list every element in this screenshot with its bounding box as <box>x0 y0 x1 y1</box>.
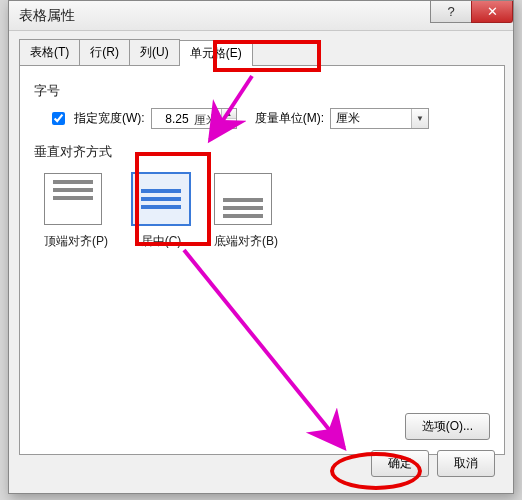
width-input[interactable] <box>152 109 192 128</box>
ok-button-label: 确定 <box>388 456 412 470</box>
options-button-label: 选项(O)... <box>422 419 473 433</box>
specify-width-checkbox[interactable] <box>52 112 65 125</box>
titlebar: 表格属性 ? ✕ <box>9 1 513 31</box>
valign-bottom-label: 底端对齐(B) <box>214 233 278 250</box>
specify-width-label: 指定宽度(W): <box>74 110 145 127</box>
valign-center-label: 居中(C) <box>132 233 190 250</box>
tab-cell[interactable]: 单元格(E) <box>179 40 253 66</box>
tab-label: 行(R) <box>90 45 119 59</box>
valign-center-option[interactable] <box>132 173 190 225</box>
tab-strip: 表格(T) 行(R) 列(U) 单元格(E) <box>19 39 505 65</box>
close-button[interactable]: ✕ <box>471 1 513 23</box>
width-unit: 厘米 <box>192 109 221 128</box>
table-properties-dialog: 表格属性 ? ✕ 表格(T) 行(R) 列(U) 单元格(E) 字号 指定宽度(… <box>8 0 514 494</box>
cell-panel: 字号 指定宽度(W): 厘米 ▲ ▼ 度量单位(M): 厘米 ▼ <box>19 65 505 455</box>
width-spinner[interactable]: 厘米 ▲ ▼ <box>151 108 237 129</box>
tab-label: 表格(T) <box>30 45 69 59</box>
tab-row[interactable]: 行(R) <box>79 39 130 65</box>
tab-column[interactable]: 列(U) <box>129 39 180 65</box>
options-button[interactable]: 选项(O)... <box>405 413 490 440</box>
ok-button[interactable]: 确定 <box>371 450 429 477</box>
valign-section-label: 垂直对齐方式 <box>34 143 490 161</box>
spinner-down-icon[interactable]: ▼ <box>222 119 236 128</box>
measure-unit-label: 度量单位(M): <box>255 110 324 127</box>
close-icon: ✕ <box>487 4 498 19</box>
measure-unit-value: 厘米 <box>331 110 411 127</box>
chevron-down-icon[interactable]: ▼ <box>411 109 428 128</box>
valign-top-label: 顶端对齐(P) <box>44 233 108 250</box>
help-button[interactable]: ? <box>430 1 472 23</box>
tab-table[interactable]: 表格(T) <box>19 39 80 65</box>
valign-bottom-option[interactable] <box>214 173 272 225</box>
tab-label: 列(U) <box>140 45 169 59</box>
valign-top-option[interactable] <box>44 173 102 225</box>
size-section-label: 字号 <box>34 82 490 100</box>
valign-group: 顶端对齐(P) 居中(C) 底端对齐(B) <box>44 173 490 250</box>
cancel-button-label: 取消 <box>454 456 478 470</box>
spinner-up-icon[interactable]: ▲ <box>222 109 236 119</box>
tab-label: 单元格(E) <box>190 46 242 60</box>
cancel-button[interactable]: 取消 <box>437 450 495 477</box>
dialog-title: 表格属性 <box>19 7 75 25</box>
measure-unit-select[interactable]: 厘米 ▼ <box>330 108 429 129</box>
